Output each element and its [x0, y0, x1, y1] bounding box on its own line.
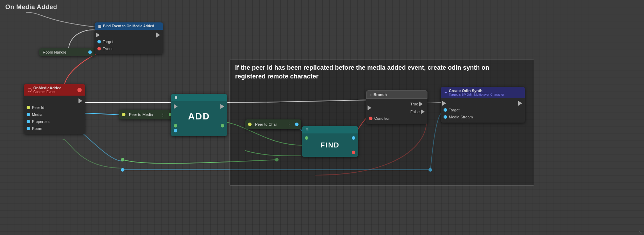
peer-to-char-in-pin: [248, 123, 252, 126]
resize-handle[interactable]: ⤡: [639, 230, 642, 233]
node-on-media-added[interactable]: ⬡ OnMediaAdded Custom Event Peer Id Medi…: [24, 84, 85, 134]
find-label: FIND: [305, 141, 355, 149]
pin-media-stream: Media Stream: [441, 113, 525, 120]
target-pin: [97, 40, 101, 43]
room-pin: [27, 127, 30, 130]
add-exec-in: [174, 104, 178, 109]
node-branch[interactable]: ↕ Branch True False Condi: [366, 90, 427, 124]
create-odin-exec-out: [518, 101, 522, 106]
target-odin-pin: [444, 108, 447, 112]
find-out-pin: [352, 136, 355, 140]
properties-pin: [27, 120, 30, 123]
room-handle-out-pin: [88, 50, 92, 54]
branch-true-row: True: [410, 102, 425, 106]
room-handle-body: Room Handle: [39, 48, 95, 56]
branch-false-pin: [421, 109, 425, 114]
find-in-pin: [305, 136, 308, 140]
peer-to-media-in-pin: [122, 113, 125, 116]
branch-exec-row: True False: [366, 101, 427, 115]
create-odin-exec-row: [441, 100, 525, 106]
node-peer-to-char[interactable]: Peer to Char ⋮: [245, 119, 301, 129]
blueprint-canvas[interactable]: On Media Added: [0, 0, 644, 235]
event-pin: [97, 47, 101, 50]
pin-target: Target: [95, 38, 163, 45]
pin-condition: Condition: [366, 115, 427, 122]
find-body: FIND: [302, 133, 358, 157]
exec-out-pin: [78, 98, 82, 103]
node-add[interactable]: ⊞ ADD: [171, 94, 227, 136]
peer-to-char-body: Peer to Char ⋮: [245, 119, 301, 129]
pin-peer-id: Peer Id: [24, 104, 85, 111]
exec-out-row: [24, 98, 85, 104]
node-create-odin-synth[interactable]: ✦ Create Odin Synth Target is BP Odin Mu…: [441, 87, 525, 123]
create-odin-exec-in: [442, 101, 446, 106]
bind-exec-in: [96, 33, 100, 37]
svg-point-3: [121, 168, 124, 172]
svg-point-0: [121, 158, 124, 161]
node-bind-event[interactable]: ▦ Bind Event to On Media Added Target Ev…: [95, 22, 163, 54]
node-room-handle[interactable]: Room Handle: [39, 48, 95, 56]
add-header: ⊞: [171, 94, 227, 101]
pin-target-odin: Target: [441, 106, 525, 113]
add-body: ADD: [171, 101, 227, 136]
bind-event-header: ▦ Bind Event to On Media Added: [95, 22, 163, 30]
node-find[interactable]: ⊟ FIND: [302, 126, 358, 157]
pin-event: Event: [95, 45, 163, 52]
page-title: On Media Added: [5, 4, 57, 11]
find-pins-top: [305, 136, 355, 140]
branch-header: ↕ Branch: [366, 90, 427, 99]
node-on-media-added-header: ⬡ OnMediaAdded Custom Event: [24, 84, 85, 96]
branch-true-pin: [419, 102, 423, 106]
create-odin-body: Target Media Stream: [441, 98, 525, 123]
media-pin: [27, 113, 30, 116]
peer-to-char-row: Peer to Char ⋮: [248, 122, 299, 127]
room-handle-row: Room Handle: [43, 50, 92, 54]
add-label: ADD: [174, 111, 224, 122]
branch-exec-in: [368, 105, 371, 110]
peer-to-media-icon: ⋮: [160, 112, 165, 117]
bind-event-body: Target Event: [95, 30, 163, 54]
add-exec-out: [220, 104, 224, 109]
media-stream-pin: [444, 115, 447, 119]
add-in-pin-1: [174, 124, 177, 127]
pin-properties: Properties: [24, 118, 85, 125]
bind-exec-row: [95, 32, 163, 38]
branch-body: True False Condition: [366, 99, 427, 124]
peer-to-media-body: Peer to Media ⋮: [119, 110, 175, 119]
peer-id-pin: [27, 106, 30, 109]
peer-to-char-out-pin: [295, 123, 299, 126]
pin-media: Media: [24, 111, 85, 118]
peer-to-char-icon: ⋮: [287, 122, 292, 127]
node-peer-to-media[interactable]: Peer to Media ⋮: [119, 110, 175, 119]
bind-exec-out: [156, 33, 160, 37]
add-exec-row: [174, 104, 224, 109]
branch-false-row: False: [410, 109, 425, 114]
node-on-media-added-body: Peer Id Media Properties Room: [24, 96, 85, 134]
create-odin-header: ✦ Create Odin Synth Target is BP Odin Mu…: [441, 87, 525, 98]
add-out-pin: [221, 124, 224, 127]
comment-text: If the peer id has been replicated befor…: [235, 63, 529, 81]
add-pins-row: [174, 124, 224, 127]
condition-pin: [369, 117, 372, 120]
find-red-out-pin: [352, 151, 355, 154]
add-in-pin-2: [174, 129, 177, 132]
find-red-pin-row: [305, 151, 355, 154]
peer-to-media-row: Peer to Media ⋮: [122, 112, 172, 117]
find-header: ⊟: [302, 126, 358, 133]
pin-room: Room: [24, 125, 85, 132]
